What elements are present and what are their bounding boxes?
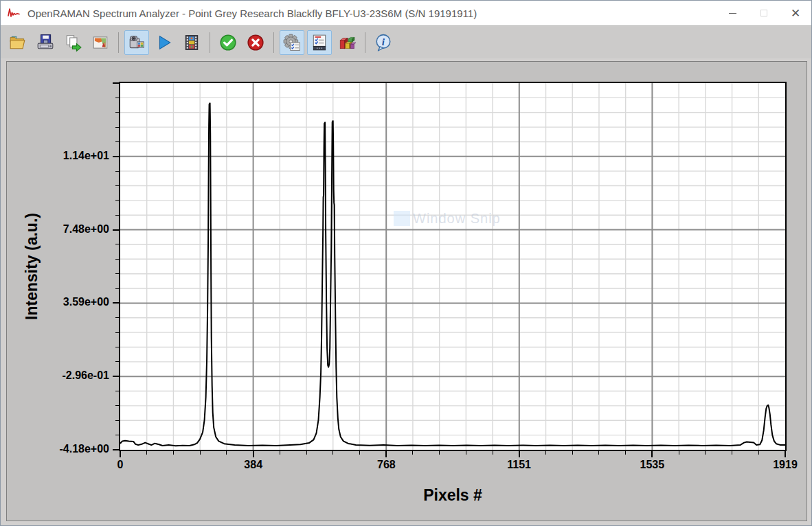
y-minor-tick	[115, 127, 119, 128]
y-major-tick	[113, 449, 119, 450]
y-tick-label: -2.96e-01	[34, 369, 109, 382]
y-minor-tick	[115, 244, 119, 244]
x-axis-title: Pixels #	[423, 486, 482, 505]
info-button[interactable]: i	[371, 30, 396, 55]
colored-blocks-icon	[338, 34, 356, 52]
y-minor-tick	[115, 141, 119, 142]
film-strip-icon	[183, 34, 201, 52]
y-minor-tick	[115, 200, 119, 201]
x-minor-tick	[439, 451, 440, 455]
play-button[interactable]	[152, 30, 177, 55]
toolbar: i	[1, 25, 811, 58]
info-bubble-icon: i	[374, 34, 392, 52]
snapshot-image-button[interactable]	[88, 30, 113, 55]
save-button[interactable]	[33, 30, 58, 55]
y-minor-tick	[115, 259, 119, 260]
x-minor-tick	[732, 451, 732, 455]
x-minor-tick	[758, 451, 759, 455]
chart-blocks-button[interactable]	[335, 30, 359, 55]
red-cross-icon	[247, 34, 264, 52]
y-minor-tick	[115, 435, 119, 435]
x-minor-tick	[200, 451, 201, 455]
minimize-icon	[729, 13, 736, 14]
x-major-tick	[785, 451, 786, 457]
x-major-tick	[651, 451, 653, 457]
y-minor-tick	[115, 317, 119, 318]
window-title: OpenRAMAN Spectrum Analyzer - Point Grey…	[27, 8, 477, 19]
title-bar: OpenRAMAN Spectrum Analyzer - Point Grey…	[1, 1, 811, 25]
y-minor-tick	[115, 185, 119, 186]
app-logo-icon	[7, 7, 22, 19]
x-tick-label: 1151	[492, 459, 547, 471]
x-major-tick	[120, 451, 121, 457]
y-tick-label: 1.14e+01	[34, 150, 109, 162]
camera-icon	[128, 34, 146, 52]
y-minor-tick	[115, 405, 119, 406]
y-major-tick	[113, 156, 119, 157]
cancel-button[interactable]	[243, 30, 268, 55]
x-minor-tick	[679, 451, 679, 455]
plot-canvas[interactable]: Window Snip	[119, 82, 787, 451]
y-tick-label: -4.18e+00	[34, 443, 109, 455]
toolbar-separator	[210, 32, 210, 53]
y-tick-label: 3.59e+00	[34, 296, 109, 308]
y-minor-tick	[115, 288, 119, 289]
folder-open-icon	[9, 34, 27, 52]
camera-button[interactable]	[124, 30, 149, 55]
app-window: OpenRAMAN Spectrum Analyzer - Point Grey…	[0, 0, 812, 526]
x-minor-tick	[306, 451, 307, 455]
y-minor-tick	[115, 171, 119, 172]
x-minor-tick	[226, 451, 227, 455]
x-tick-label: 0	[93, 459, 148, 471]
x-minor-tick	[545, 451, 546, 455]
image-icon	[91, 34, 109, 52]
x-minor-tick	[280, 451, 280, 455]
x-tick-label: 1919	[758, 459, 812, 471]
y-major-tick	[113, 376, 119, 377]
spectrum-trace	[120, 103, 785, 446]
acquisition-list-button[interactable]	[307, 30, 332, 55]
y-minor-tick	[115, 391, 119, 391]
y-minor-tick	[115, 98, 119, 98]
y-minor-tick	[115, 112, 119, 113]
y-minor-tick	[115, 347, 119, 347]
toolbar-separator	[118, 32, 119, 53]
minimize-button[interactable]	[717, 1, 748, 25]
settings-button[interactable]	[280, 30, 304, 55]
y-minor-tick	[115, 420, 119, 421]
x-minor-tick	[572, 451, 573, 455]
x-minor-tick	[493, 451, 493, 455]
x-minor-tick	[466, 451, 466, 455]
y-minor-tick	[115, 273, 119, 274]
x-major-tick	[519, 451, 520, 457]
x-minor-tick	[705, 451, 706, 455]
chart-panel: Window Snip Pixels # Intensity (a.u.) 03…	[6, 61, 807, 521]
maximize-icon	[760, 10, 767, 16]
open-file-button[interactable]	[5, 30, 30, 55]
x-minor-tick	[359, 451, 360, 455]
toolbar-separator	[273, 32, 274, 53]
accept-button[interactable]	[216, 30, 240, 55]
x-minor-tick	[146, 451, 147, 455]
maximize-button[interactable]	[748, 1, 780, 25]
export-copy-icon	[64, 34, 82, 52]
x-minor-tick	[173, 451, 174, 455]
close-button[interactable]: ✕	[780, 1, 811, 25]
export-button[interactable]	[60, 30, 85, 55]
toolbar-separator	[365, 32, 365, 53]
spectrum-chart	[120, 83, 785, 450]
x-minor-tick	[412, 451, 413, 455]
y-minor-tick	[115, 361, 119, 362]
save-floppy-icon	[36, 34, 54, 52]
green-check-icon	[219, 34, 237, 52]
y-tick-label: 7.48e+00	[34, 223, 109, 236]
x-major-tick	[385, 451, 387, 457]
y-major-tick	[113, 302, 119, 304]
movie-button[interactable]	[179, 30, 204, 55]
y-minor-tick	[115, 215, 119, 216]
x-tick-label: 384	[226, 459, 281, 471]
x-minor-tick	[332, 451, 333, 455]
play-icon	[155, 34, 173, 52]
x-major-tick	[253, 451, 254, 457]
window-controls: ✕	[717, 1, 811, 25]
